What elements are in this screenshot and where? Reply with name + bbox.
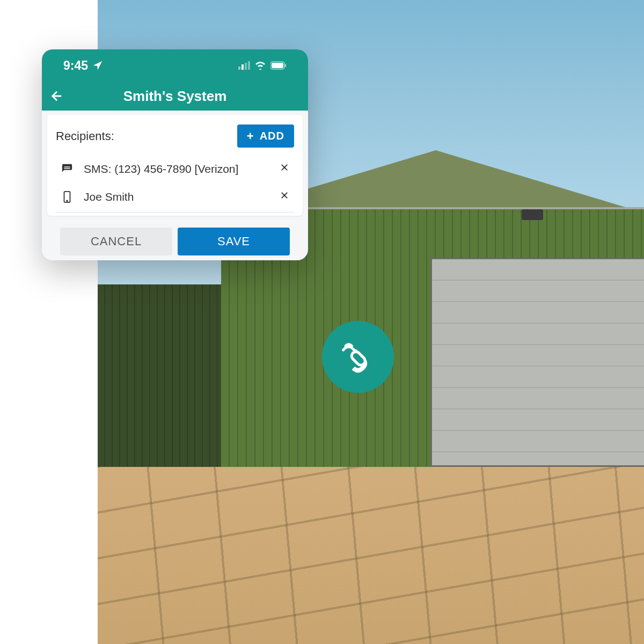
recipients-label: Recipients: [56, 129, 114, 143]
svg-rect-8 [64, 166, 70, 167]
remote-control-badge [322, 321, 394, 393]
svg-rect-2 [241, 64, 244, 70]
add-recipient-button[interactable]: + ADD [237, 125, 294, 148]
recipient-text: Joe Smith [84, 191, 269, 203]
wifi-icon [254, 61, 266, 70]
header-bar: Smith's System [42, 82, 308, 111]
recipient-row: Joe Smith [56, 183, 294, 211]
cellular-icon [238, 61, 250, 70]
svg-rect-4 [248, 61, 250, 70]
sms-icon [60, 163, 74, 175]
recipients-card: Recipients: + ADD SMS: (123) [47, 115, 303, 216]
phone-icon [60, 191, 74, 203]
page-title: Smith's System [49, 88, 301, 105]
recipient-row: SMS: (123) 456-7890 [Verizon] [56, 155, 294, 183]
battery-icon [270, 61, 287, 70]
svg-rect-1 [238, 67, 240, 70]
svg-rect-3 [245, 63, 247, 70]
status-bar: 9:45 [42, 49, 308, 82]
plus-icon: + [247, 130, 254, 142]
remove-recipient-button[interactable] [279, 162, 290, 176]
garage-door [430, 258, 644, 467]
svg-rect-7 [285, 64, 286, 67]
phone-mockup: 9:45 [42, 49, 308, 260]
close-icon [279, 162, 290, 173]
add-button-label: ADD [260, 130, 284, 142]
remove-recipient-button[interactable] [279, 190, 290, 204]
location-icon [92, 60, 103, 71]
svg-rect-0 [350, 350, 367, 367]
arrow-left-icon [49, 89, 64, 104]
close-icon [279, 190, 290, 201]
svg-rect-6 [272, 63, 283, 68]
svg-point-11 [67, 200, 68, 201]
save-button[interactable]: SAVE [178, 228, 290, 255]
status-time: 9:45 [63, 58, 88, 73]
recipients-list: SMS: (123) 456-7890 [Verizon] [56, 155, 294, 213]
back-button[interactable] [49, 89, 64, 104]
svg-rect-9 [64, 168, 70, 169]
recipient-text: SMS: (123) 456-7890 [Verizon] [84, 163, 269, 175]
remote-signal-icon [339, 338, 377, 376]
cancel-button[interactable]: CANCEL [60, 228, 172, 255]
